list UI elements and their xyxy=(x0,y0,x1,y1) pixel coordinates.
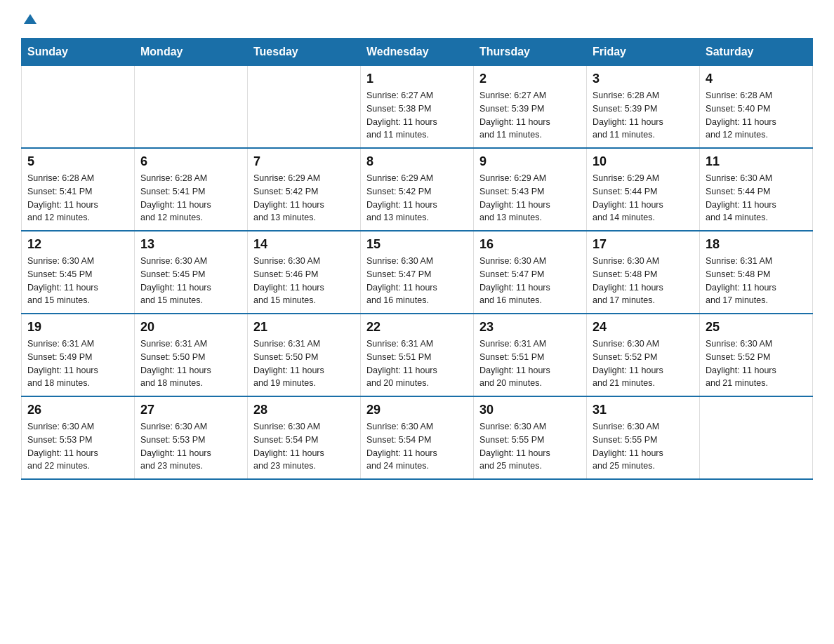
calendar-cell: 5Sunrise: 6:28 AMSunset: 5:41 PMDaylight… xyxy=(22,148,135,231)
day-info: Sunrise: 6:30 AMSunset: 5:53 PMDaylight:… xyxy=(140,420,241,473)
day-number: 28 xyxy=(253,403,355,417)
day-number: 20 xyxy=(140,320,241,335)
day-number: 1 xyxy=(366,72,468,86)
calendar-cell: 29Sunrise: 6:30 AMSunset: 5:54 PMDayligh… xyxy=(361,396,474,479)
column-header-friday: Friday xyxy=(587,39,700,66)
day-number: 11 xyxy=(706,154,807,169)
day-number: 30 xyxy=(479,403,581,417)
day-info: Sunrise: 6:30 AMSunset: 5:54 PMDaylight:… xyxy=(253,420,355,473)
day-number: 16 xyxy=(479,237,581,252)
calendar-cell: 14Sunrise: 6:30 AMSunset: 5:46 PMDayligh… xyxy=(248,231,361,314)
day-info: Sunrise: 6:30 AMSunset: 5:52 PMDaylight:… xyxy=(706,337,807,390)
week-row: 1Sunrise: 6:27 AMSunset: 5:38 PMDaylight… xyxy=(22,66,813,149)
day-number: 13 xyxy=(140,237,241,252)
day-info: Sunrise: 6:29 AMSunset: 5:42 PMDaylight:… xyxy=(253,172,355,224)
calendar-cell: 21Sunrise: 6:31 AMSunset: 5:50 PMDayligh… xyxy=(248,314,361,396)
day-number: 27 xyxy=(140,403,241,417)
column-header-saturday: Saturday xyxy=(700,39,813,66)
day-info: Sunrise: 6:30 AMSunset: 5:47 PMDaylight:… xyxy=(366,255,468,307)
day-number: 2 xyxy=(479,72,581,86)
week-row: 19Sunrise: 6:31 AMSunset: 5:49 PMDayligh… xyxy=(22,314,813,396)
calendar-cell: 19Sunrise: 6:31 AMSunset: 5:49 PMDayligh… xyxy=(22,314,135,396)
day-number: 8 xyxy=(366,154,468,169)
day-info: Sunrise: 6:30 AMSunset: 5:53 PMDaylight:… xyxy=(27,420,128,473)
day-info: Sunrise: 6:30 AMSunset: 5:55 PMDaylight:… xyxy=(593,420,694,473)
day-info: Sunrise: 6:28 AMSunset: 5:41 PMDaylight:… xyxy=(140,172,241,224)
day-info: Sunrise: 6:28 AMSunset: 5:39 PMDaylight:… xyxy=(593,89,694,142)
calendar-body: 1Sunrise: 6:27 AMSunset: 5:38 PMDaylight… xyxy=(22,66,813,480)
day-info: Sunrise: 6:31 AMSunset: 5:50 PMDaylight:… xyxy=(253,337,355,390)
column-header-wednesday: Wednesday xyxy=(361,39,474,66)
calendar-cell: 7Sunrise: 6:29 AMSunset: 5:42 PMDaylight… xyxy=(248,148,361,231)
calendar-cell: 15Sunrise: 6:30 AMSunset: 5:47 PMDayligh… xyxy=(361,231,474,314)
calendar-cell: 27Sunrise: 6:30 AMSunset: 5:53 PMDayligh… xyxy=(135,396,248,479)
day-info: Sunrise: 6:30 AMSunset: 5:52 PMDaylight:… xyxy=(593,337,694,390)
column-header-sunday: Sunday xyxy=(22,39,135,66)
calendar-cell: 18Sunrise: 6:31 AMSunset: 5:48 PMDayligh… xyxy=(700,231,813,314)
calendar-cell: 6Sunrise: 6:28 AMSunset: 5:41 PMDaylight… xyxy=(135,148,248,231)
day-number: 18 xyxy=(706,237,807,252)
day-info: Sunrise: 6:30 AMSunset: 5:46 PMDaylight:… xyxy=(253,255,355,307)
day-number: 22 xyxy=(366,320,468,335)
day-number: 7 xyxy=(253,154,355,169)
day-info: Sunrise: 6:30 AMSunset: 5:55 PMDaylight:… xyxy=(479,420,581,473)
calendar-cell xyxy=(700,396,813,479)
header-row: SundayMondayTuesdayWednesdayThursdayFrid… xyxy=(22,39,813,66)
day-number: 26 xyxy=(27,403,128,417)
day-number: 4 xyxy=(706,72,807,86)
day-number: 9 xyxy=(479,154,581,169)
calendar-cell: 11Sunrise: 6:30 AMSunset: 5:44 PMDayligh… xyxy=(700,148,813,231)
week-row: 12Sunrise: 6:30 AMSunset: 5:45 PMDayligh… xyxy=(22,231,813,314)
day-number: 14 xyxy=(253,237,355,252)
day-number: 6 xyxy=(140,154,241,169)
page-header xyxy=(21,14,813,24)
logo xyxy=(21,14,41,24)
day-info: Sunrise: 6:28 AMSunset: 5:40 PMDaylight:… xyxy=(706,89,807,142)
day-info: Sunrise: 6:30 AMSunset: 5:44 PMDaylight:… xyxy=(706,172,807,224)
logo-triangle-icon xyxy=(24,14,37,24)
day-info: Sunrise: 6:29 AMSunset: 5:44 PMDaylight:… xyxy=(593,172,694,224)
week-row: 5Sunrise: 6:28 AMSunset: 5:41 PMDaylight… xyxy=(22,148,813,231)
column-header-monday: Monday xyxy=(135,39,248,66)
day-number: 29 xyxy=(366,403,468,417)
day-info: Sunrise: 6:31 AMSunset: 5:49 PMDaylight:… xyxy=(27,337,128,390)
column-header-thursday: Thursday xyxy=(474,39,587,66)
day-info: Sunrise: 6:29 AMSunset: 5:42 PMDaylight:… xyxy=(366,172,468,224)
calendar-cell: 12Sunrise: 6:30 AMSunset: 5:45 PMDayligh… xyxy=(22,231,135,314)
day-info: Sunrise: 6:31 AMSunset: 5:50 PMDaylight:… xyxy=(140,337,241,390)
calendar-cell: 24Sunrise: 6:30 AMSunset: 5:52 PMDayligh… xyxy=(587,314,700,396)
calendar-cell: 28Sunrise: 6:30 AMSunset: 5:54 PMDayligh… xyxy=(248,396,361,479)
day-number: 31 xyxy=(593,403,694,417)
calendar-cell: 3Sunrise: 6:28 AMSunset: 5:39 PMDaylight… xyxy=(587,66,700,149)
day-info: Sunrise: 6:30 AMSunset: 5:54 PMDaylight:… xyxy=(366,420,468,473)
day-number: 3 xyxy=(593,72,694,86)
calendar-table: SundayMondayTuesdayWednesdayThursdayFrid… xyxy=(21,38,813,480)
calendar-cell: 26Sunrise: 6:30 AMSunset: 5:53 PMDayligh… xyxy=(22,396,135,479)
day-number: 25 xyxy=(706,320,807,335)
calendar-cell: 9Sunrise: 6:29 AMSunset: 5:43 PMDaylight… xyxy=(474,148,587,231)
day-number: 10 xyxy=(593,154,694,169)
calendar-cell xyxy=(248,66,361,149)
day-info: Sunrise: 6:30 AMSunset: 5:45 PMDaylight:… xyxy=(27,255,128,307)
calendar-cell: 30Sunrise: 6:30 AMSunset: 5:55 PMDayligh… xyxy=(474,396,587,479)
day-info: Sunrise: 6:29 AMSunset: 5:43 PMDaylight:… xyxy=(479,172,581,224)
calendar-cell: 10Sunrise: 6:29 AMSunset: 5:44 PMDayligh… xyxy=(587,148,700,231)
calendar-cell: 17Sunrise: 6:30 AMSunset: 5:48 PMDayligh… xyxy=(587,231,700,314)
calendar-cell: 4Sunrise: 6:28 AMSunset: 5:40 PMDaylight… xyxy=(700,66,813,149)
day-number: 19 xyxy=(27,320,128,335)
calendar-cell: 31Sunrise: 6:30 AMSunset: 5:55 PMDayligh… xyxy=(587,396,700,479)
column-header-tuesday: Tuesday xyxy=(248,39,361,66)
calendar-header: SundayMondayTuesdayWednesdayThursdayFrid… xyxy=(22,39,813,66)
day-number: 5 xyxy=(27,154,128,169)
calendar-cell: 25Sunrise: 6:30 AMSunset: 5:52 PMDayligh… xyxy=(700,314,813,396)
day-number: 15 xyxy=(366,237,468,252)
calendar-cell xyxy=(22,66,135,149)
day-info: Sunrise: 6:27 AMSunset: 5:39 PMDaylight:… xyxy=(479,89,581,142)
day-number: 17 xyxy=(593,237,694,252)
week-row: 26Sunrise: 6:30 AMSunset: 5:53 PMDayligh… xyxy=(22,396,813,479)
day-info: Sunrise: 6:30 AMSunset: 5:47 PMDaylight:… xyxy=(479,255,581,307)
day-info: Sunrise: 6:31 AMSunset: 5:51 PMDaylight:… xyxy=(366,337,468,390)
day-info: Sunrise: 6:30 AMSunset: 5:48 PMDaylight:… xyxy=(593,255,694,307)
calendar-cell: 23Sunrise: 6:31 AMSunset: 5:51 PMDayligh… xyxy=(474,314,587,396)
calendar-cell: 13Sunrise: 6:30 AMSunset: 5:45 PMDayligh… xyxy=(135,231,248,314)
